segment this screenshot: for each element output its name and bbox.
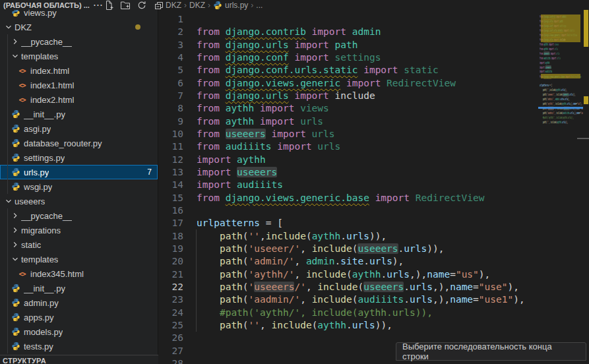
code-line[interactable]: from useeers import urls: [197, 128, 525, 140]
code-line[interactable]: import audiiits: [197, 179, 525, 191]
line-number[interactable]: 18: [158, 230, 183, 243]
folder-pycache[interactable]: __pycache__: [0, 208, 158, 223]
chevron-right-icon[interactable]: [11, 240, 20, 249]
chevron-down-icon[interactable]: [11, 51, 20, 61]
file-admin-py[interactable]: admin.py: [0, 295, 158, 310]
line-number[interactable]: 27: [158, 345, 183, 357]
folder-static[interactable]: static: [0, 237, 158, 252]
chevron-right-icon[interactable]: [11, 37, 20, 46]
code-line[interactable]: #path('aythh/', include(aythh.urls)),: [197, 307, 525, 319]
breadcrumb-item[interactable]: DKZ: [189, 1, 205, 10]
line-number[interactable]: 11: [158, 140, 183, 153]
code-token: include: [556, 93, 562, 97]
chevron-down-icon[interactable]: [11, 255, 20, 264]
file-models-py[interactable]: models.py: [0, 324, 158, 339]
line-number[interactable]: 28: [158, 357, 183, 364]
line-number[interactable]: 8: [158, 102, 183, 115]
chevron-right-icon[interactable]: [11, 211, 20, 220]
line-number[interactable]: 5: [158, 64, 183, 76]
file-urls-py[interactable]: urls.py7: [0, 165, 158, 179]
file-database-roouter-py[interactable]: database_roouter.py: [0, 136, 158, 150]
code-line[interactable]: from django.urls import path: [197, 39, 525, 51]
line-number[interactable]: 9: [158, 115, 183, 128]
line-number[interactable]: 1: [158, 13, 183, 26]
file-apps-py[interactable]: apps.py: [0, 310, 158, 324]
line-number[interactable]: 13: [158, 166, 183, 179]
folder-dkz[interactable]: DKZ: [0, 20, 158, 34]
line-number[interactable]: 4: [158, 51, 183, 64]
line-number[interactable]: 21: [158, 268, 183, 281]
line-number[interactable]: 10: [158, 128, 183, 140]
folder-useeers[interactable]: useeers: [0, 194, 158, 208]
breadcrumb-item-file[interactable]: urls.py: [225, 1, 248, 10]
new-file-icon[interactable]: [104, 0, 114, 11]
file-init-py[interactable]: __init__.py: [0, 107, 158, 121]
breadcrumb-item[interactable]: DKZ: [166, 1, 181, 10]
code-line[interactable]: path('aythh/', include(aythh.urls,),name…: [197, 268, 525, 281]
line-number[interactable]: 24: [158, 307, 183, 319]
code-line[interactable]: path('useeers/', include(useeers.urls,),…: [197, 281, 525, 293]
file-asgi-py[interactable]: asgi.py: [0, 121, 158, 136]
file-init-py[interactable]: __init__.py: [0, 281, 158, 295]
code-line[interactable]: import useeers: [197, 166, 525, 179]
line-number[interactable]: 12: [158, 154, 183, 166]
code-line[interactable]: [197, 204, 525, 217]
more-actions-icon[interactable]: ···: [94, 1, 104, 10]
code-line[interactable]: import aythh: [197, 154, 525, 166]
folder-pycache[interactable]: __pycache__: [0, 34, 158, 49]
line-number[interactable]: 22: [158, 281, 183, 293]
outline-section-header[interactable]: СТРУКТУРА: [0, 355, 158, 364]
file-tests-py[interactable]: tests.py: [0, 339, 158, 353]
code-line[interactable]: from aythh import urls: [197, 115, 525, 128]
code-line[interactable]: from django.conf import settings: [197, 51, 525, 64]
code-line[interactable]: path('', include(aythh.urls)),: [197, 319, 525, 332]
code-editor[interactable]: 1234567891011121314151617181920212223242…: [158, 10, 589, 364]
line-number[interactable]: 23: [158, 293, 183, 306]
line-number[interactable]: 14: [158, 179, 183, 191]
code-line[interactable]: from django.views.generic import Redirec…: [197, 77, 525, 90]
line-number[interactable]: 25: [158, 319, 183, 332]
folder-migrations[interactable]: migrations: [0, 223, 158, 237]
code-line[interactable]: path('aadmin/', include(audiiits.urls,),…: [197, 293, 525, 306]
line-number[interactable]: 26: [158, 332, 183, 344]
line-number[interactable]: 15: [158, 192, 183, 204]
file-wsgi-py[interactable]: wsgi.py: [0, 179, 158, 194]
item-label: asgi.py: [24, 124, 51, 134]
chevron-down-icon[interactable]: [4, 22, 13, 32]
collapse-all-icon[interactable]: [153, 0, 164, 11]
code-line[interactable]: from django.contrib import admin: [197, 26, 525, 38]
line-number[interactable]: 19: [158, 243, 183, 255]
code-line[interactable]: from aythh import views: [197, 102, 525, 115]
line-number[interactable]: 3: [158, 39, 183, 51]
line-number[interactable]: 17: [158, 217, 183, 229]
code-line[interactable]: urlpatterns = [: [197, 217, 525, 229]
line-number[interactable]: 2: [158, 26, 183, 38]
code-line[interactable]: path('admin/', admin.site.urls),: [197, 255, 525, 268]
file-index1-html[interactable]: <>index1.html: [0, 78, 158, 92]
minimap[interactable]: from django.contrib import adminfrom dja…: [538, 10, 583, 165]
explorer-pane-header[interactable]: (РАБОЧАЯ ОБЛАСТЬ) ... ···: [0, 0, 158, 10]
code-line[interactable]: from django.urls import include: [197, 90, 525, 102]
code-line[interactable]: from django.conf.urls.static import stat…: [197, 64, 525, 76]
code-token: include: [317, 282, 357, 292]
line-number[interactable]: 6: [158, 77, 183, 90]
file-index-html[interactable]: <>index.html: [0, 63, 158, 78]
line-number[interactable]: 20: [158, 255, 183, 268]
file-index2-html[interactable]: <>index2.html: [0, 92, 158, 107]
code-line[interactable]: path('',include(aythh.urls)),: [197, 230, 525, 243]
breadcrumb-item[interactable]: ...: [256, 1, 263, 10]
chevron-down-icon[interactable]: [4, 197, 13, 206]
line-number[interactable]: 16: [158, 204, 183, 217]
code-line[interactable]: from audiiits import urls: [197, 140, 525, 153]
code-line[interactable]: [197, 13, 525, 26]
refresh-icon[interactable]: [137, 0, 147, 11]
code-line[interactable]: path('useeer/', include(useeers.urls)),: [197, 243, 525, 255]
folder-templates[interactable]: templates: [0, 49, 158, 63]
folder-templates[interactable]: templates: [0, 252, 158, 266]
file-settings-py[interactable]: settings.py: [0, 150, 158, 165]
new-folder-icon[interactable]: [120, 0, 131, 11]
line-number[interactable]: 7: [158, 90, 183, 102]
file-index345-html[interactable]: <>index345.html: [0, 266, 158, 281]
code-line[interactable]: from django.views.generic.base import Re…: [197, 192, 525, 204]
chevron-right-icon[interactable]: [11, 226, 20, 235]
